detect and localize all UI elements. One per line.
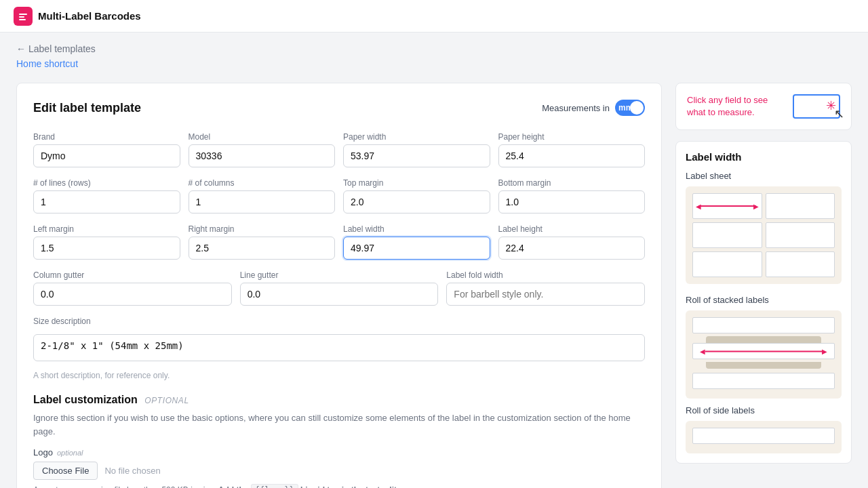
roll-label-bottom — [692, 373, 835, 389]
arrow-left-1: ◀ — [696, 203, 701, 210]
right-margin-input[interactable] — [189, 237, 336, 260]
back-link[interactable]: ← Label templates — [16, 43, 852, 54]
line-gutter-input[interactable] — [240, 283, 439, 306]
roll-side-label — [692, 428, 835, 444]
size-description-input[interactable]: 2-1/8" x 1" (54mm x 25mm) — [33, 334, 645, 361]
column-gutter-label: Column gutter — [33, 270, 232, 280]
columns-input[interactable] — [189, 190, 336, 214]
paper-width-group: Paper width — [343, 132, 490, 167]
arrow-left-roll: ◀ — [700, 348, 705, 355]
home-shortcut-link[interactable]: Home shortcut — [16, 58, 852, 69]
model-label: Model — [189, 132, 336, 142]
label-height-group: Label height — [498, 224, 646, 260]
app-title: Multi-Label Barcodes — [38, 10, 141, 22]
line-gutter-group: Line gutter — [240, 270, 439, 306]
right-margin-label: Right margin — [189, 224, 336, 234]
brand-input[interactable] — [33, 144, 180, 167]
roll-stacked-section: Roll of stacked labels ◀ ▶ — [686, 295, 842, 399]
paper-height-group: Paper height — [498, 132, 646, 167]
label-cell-1: ◀ ▶ — [692, 193, 762, 219]
back-arrow-icon: ← — [16, 43, 26, 54]
choose-file-button[interactable]: Choose File — [33, 462, 98, 480]
label-height-input[interactable] — [498, 237, 646, 260]
columns-group: # of columns — [189, 178, 336, 214]
model-group: Model — [189, 132, 336, 167]
label-width-panel: Label width Label sheet ◀ ▶ — [675, 141, 852, 464]
roll-side-subtitle: Roll of side labels — [686, 405, 842, 415]
mm-toggle[interactable]: mm — [615, 100, 645, 116]
arrow-bar — [705, 350, 822, 352]
paper-width-label: Paper width — [343, 132, 490, 142]
measure-toggle-group: Measurements in mm — [542, 100, 645, 116]
logo-upload-section: Logo optional Choose File No file chosen… — [33, 447, 645, 488]
roll-label-middle: ◀ ▶ — [692, 343, 835, 359]
label-sheet-subtitle: Label sheet — [686, 171, 842, 181]
app-logo — [14, 7, 33, 26]
model-input[interactable] — [189, 144, 336, 167]
no-file-text: No file chosen — [104, 466, 160, 476]
click-hint-text: Click any field to see what to measure. — [687, 94, 785, 119]
file-upload-row: Choose File No file chosen — [33, 462, 645, 480]
file-hint: Accepts a .png or .jpg file less than 50… — [33, 484, 645, 488]
roll-cylinder-top — [706, 336, 821, 343]
bottom-margin-input[interactable] — [498, 190, 646, 214]
roll-stacked-subtitle: Roll of stacked labels — [686, 295, 842, 305]
lines-input[interactable] — [33, 190, 180, 214]
form-row-2: # of lines (rows) # of columns Top margi… — [33, 178, 645, 214]
svg-rect-0 — [19, 14, 27, 15]
roll-side-section: Roll of side labels — [686, 405, 842, 453]
line-gutter-label: Line gutter — [240, 270, 439, 280]
svg-rect-2 — [19, 19, 26, 20]
toggle-knob — [630, 101, 644, 115]
form-row-3: Left margin Right margin Label width Lab… — [33, 224, 645, 260]
label-cell-2 — [766, 193, 835, 219]
left-margin-group: Left margin — [33, 224, 180, 260]
form-panel: Edit label template Measurements in mm B… — [16, 83, 662, 488]
top-margin-group: Top margin — [343, 178, 490, 214]
paper-height-label: Paper height — [498, 132, 646, 142]
column-gutter-input[interactable] — [33, 283, 232, 306]
label-cell-line-1 — [698, 205, 756, 207]
brand-label: Brand — [33, 132, 180, 142]
top-margin-label: Top margin — [343, 178, 490, 188]
label-width-input[interactable] — [343, 237, 490, 260]
form-row-4: Column gutter Line gutter Label fold wid… — [33, 270, 645, 306]
click-hint-box: Click any field to see what to measure. … — [675, 83, 852, 130]
roll-cylinder-bottom — [706, 362, 821, 369]
form-header: Edit label template Measurements in mm — [33, 100, 645, 116]
bottom-margin-label: Bottom margin — [498, 178, 646, 188]
back-link-label: Label templates — [28, 43, 96, 54]
label-fold-width-input[interactable] — [446, 283, 645, 306]
measurements-label: Measurements in — [542, 103, 610, 113]
cursor-icon: ↖ — [834, 106, 844, 121]
left-margin-label: Left margin — [33, 224, 180, 234]
app-header: Multi-Label Barcodes — [0, 0, 868, 33]
label-height-label: Label height — [498, 224, 646, 234]
breadcrumb-area: ← Label templates Home shortcut — [0, 33, 868, 69]
bottom-margin-group: Bottom margin — [498, 178, 646, 214]
label-cell-5 — [692, 251, 762, 277]
customization-desc: Ignore this section if you wish to use t… — [33, 411, 645, 438]
label-fold-width-group: Label fold width — [446, 270, 645, 306]
form-title: Edit label template — [33, 101, 141, 115]
right-panel: Click any field to see what to measure. … — [675, 83, 852, 488]
lines-label: # of lines (rows) — [33, 178, 180, 188]
label-sheet-diagram: ◀ ▶ — [686, 186, 842, 284]
paper-width-input[interactable] — [343, 144, 490, 167]
size-description-label: Size description — [33, 317, 645, 326]
paper-height-input[interactable] — [498, 144, 646, 167]
columns-label: # of columns — [189, 178, 336, 188]
logo-optional-tag: optional — [57, 449, 83, 457]
label-width-panel-title: Label width — [686, 151, 842, 163]
svg-rect-1 — [19, 16, 24, 18]
top-margin-input[interactable] — [343, 190, 490, 214]
left-margin-input[interactable] — [33, 237, 180, 260]
lines-group: # of lines (rows) — [33, 178, 180, 214]
customization-title: Label customization OPTIONAL — [33, 394, 645, 406]
brand-group: Brand — [33, 132, 180, 167]
main-layout: Edit label template Measurements in mm B… — [0, 69, 868, 488]
right-margin-group: Right margin — [189, 224, 336, 260]
roll-stacked-diagram: ◀ ▶ — [686, 310, 842, 399]
label-width-label: Label width — [343, 224, 490, 234]
label-fold-width-label: Label fold width — [446, 270, 645, 280]
